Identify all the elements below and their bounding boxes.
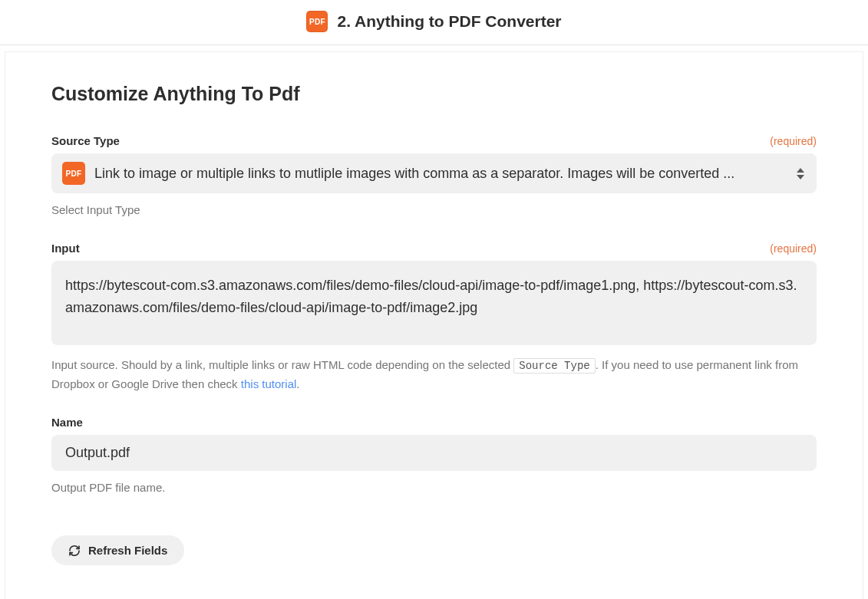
name-help: Output PDF file name. — [51, 479, 817, 498]
source-type-value: Link to image or multiple links to mutli… — [94, 166, 786, 182]
source-type-label: Source Type — [51, 134, 120, 147]
tutorial-link[interactable]: this tutorial — [241, 377, 297, 390]
field-source-type: Source Type (required) PDF Link to image… — [51, 134, 817, 220]
select-stepper-icon — [795, 166, 806, 180]
refresh-button-label: Refresh Fields — [88, 544, 167, 557]
input-help-pre: Input source. Should by a link, multiple… — [51, 358, 513, 371]
step-title: 2. Anything to PDF Converter — [337, 12, 561, 31]
field-input: Input (required) Input source. Should by… — [51, 242, 817, 394]
step-header: PDF 2. Anything to PDF Converter — [0, 0, 868, 45]
input-help: Input source. Should by a link, multiple… — [51, 356, 817, 394]
input-help-code: Source Type — [513, 358, 595, 374]
name-input[interactable] — [51, 435, 817, 471]
section-title: Customize Anything To Pdf — [51, 83, 817, 105]
input-textarea[interactable] — [51, 261, 817, 345]
required-tag: (required) — [770, 242, 817, 255]
form-panel: Customize Anything To Pdf Source Type (r… — [5, 51, 863, 599]
pdf-app-icon: PDF — [62, 162, 85, 185]
field-name: Name Output PDF file name. — [51, 416, 817, 498]
refresh-fields-button[interactable]: Refresh Fields — [51, 535, 184, 565]
source-type-help: Select Input Type — [51, 201, 817, 220]
required-tag: (required) — [770, 135, 817, 147]
name-label: Name — [51, 416, 83, 429]
input-label: Input — [51, 242, 80, 255]
source-type-select[interactable]: PDF Link to image or multiple links to m… — [51, 153, 817, 193]
input-help-post: . — [296, 377, 299, 390]
refresh-icon — [68, 545, 81, 557]
pdf-app-icon: PDF — [306, 11, 328, 32]
